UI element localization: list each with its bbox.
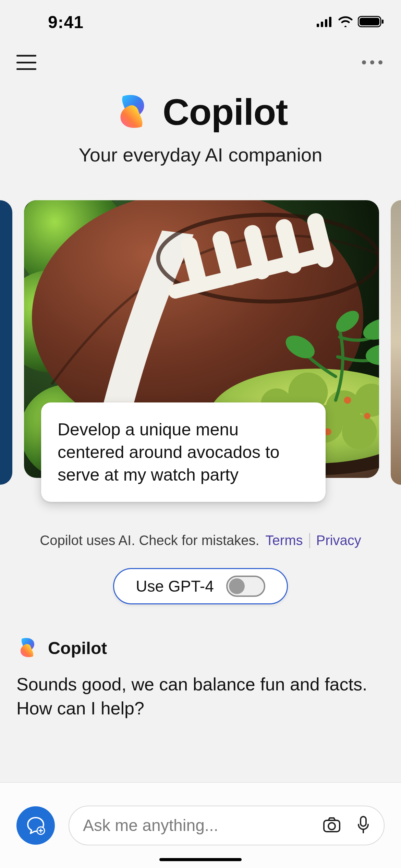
top-nav <box>0 41 401 84</box>
gpt4-toggle[interactable]: Use GPT-4 <box>113 568 288 604</box>
battery-icon <box>358 15 384 29</box>
toggle-knob <box>229 578 245 594</box>
more-button[interactable] <box>362 60 385 64</box>
chat-plus-icon <box>26 816 46 835</box>
svg-rect-1 <box>321 22 323 27</box>
copilot-logo-small-icon <box>16 637 38 660</box>
app-subtitle: Your everyday AI companion <box>14 144 387 166</box>
carousel-prev-card-edge[interactable] <box>0 200 12 485</box>
copilot-logo-icon <box>113 93 151 132</box>
svg-rect-0 <box>317 24 319 27</box>
assistant-name: Copilot <box>48 638 107 658</box>
status-icons <box>317 15 384 29</box>
terms-link[interactable]: Terms <box>266 533 303 548</box>
privacy-link[interactable]: Privacy <box>316 533 361 548</box>
message-placeholder: Ask me anything... <box>83 816 313 835</box>
svg-point-32 <box>364 413 370 419</box>
camera-icon[interactable] <box>323 817 341 834</box>
input-area: Ask me anything... <box>0 782 401 868</box>
status-bar: 9:41 <box>0 0 401 41</box>
response-block: Copilot Sounds good, we can balance fun … <box>0 604 401 720</box>
suggestion-prompt[interactable]: Develop a unique menu centered around av… <box>41 402 326 502</box>
svg-rect-2 <box>325 19 327 27</box>
microphone-icon[interactable] <box>356 816 370 835</box>
disclaimer-row: Copilot uses AI. Check for mistakes. Ter… <box>0 533 401 548</box>
disclaimer-text: Copilot uses AI. Check for mistakes. <box>40 533 259 548</box>
svg-point-30 <box>344 397 351 404</box>
new-topic-button[interactable] <box>16 806 55 845</box>
suggestion-carousel[interactable]: Develop a unique menu centered around av… <box>0 180 401 485</box>
menu-button[interactable] <box>16 55 36 70</box>
divider <box>309 533 310 548</box>
status-time: 9:41 <box>17 12 84 32</box>
suggestion-card[interactable]: Develop a unique menu centered around av… <box>24 200 379 485</box>
svg-point-28 <box>342 414 377 449</box>
home-indicator <box>159 858 242 861</box>
toggle-switch[interactable] <box>226 576 265 597</box>
svg-point-39 <box>328 823 335 830</box>
hero: Copilot Your everyday AI companion <box>0 84 401 180</box>
cellular-icon <box>317 16 333 28</box>
app-title: Copilot <box>163 91 288 133</box>
message-input[interactable]: Ask me anything... <box>69 806 385 845</box>
assistant-message: Sounds good, we can balance fun and fact… <box>16 672 385 720</box>
svg-rect-6 <box>382 20 384 24</box>
fade-overlay <box>0 762 401 782</box>
carousel-next-card-edge[interactable] <box>391 200 401 485</box>
svg-rect-40 <box>361 817 366 826</box>
svg-rect-5 <box>360 18 379 25</box>
wifi-icon <box>338 16 353 28</box>
gpt4-toggle-label: Use GPT-4 <box>136 577 214 595</box>
svg-rect-3 <box>329 17 331 27</box>
